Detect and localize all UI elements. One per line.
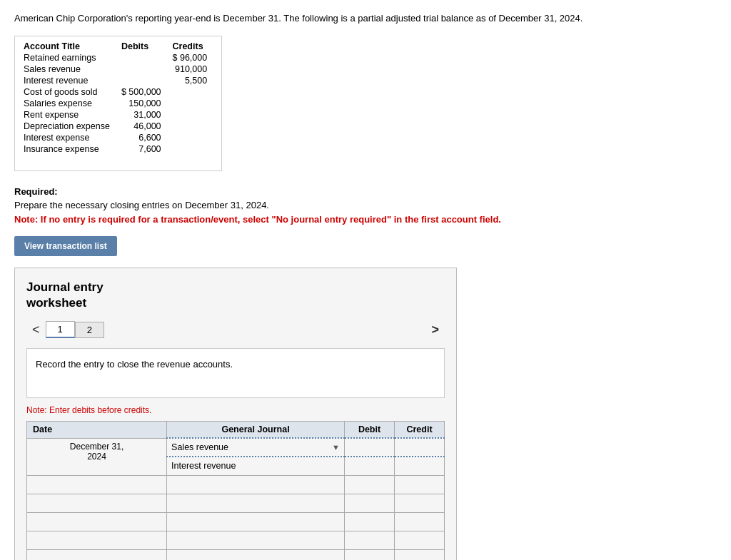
next-tab-arrow[interactable]: > bbox=[425, 322, 445, 337]
note-enter: Note: Enter debits before credits. bbox=[26, 405, 445, 415]
view-transaction-button[interactable]: View transaction list bbox=[14, 236, 117, 256]
th-debit: Debit bbox=[345, 422, 395, 439]
debit-input[interactable] bbox=[345, 475, 395, 494]
credit-value: 5,500 bbox=[170, 75, 216, 86]
debit-input[interactable] bbox=[345, 494, 395, 512]
credit-input[interactable] bbox=[395, 494, 445, 512]
credit-value bbox=[170, 109, 216, 121]
debit-input[interactable] bbox=[345, 549, 395, 560]
account-name: Insurance expense bbox=[21, 143, 119, 155]
col-credits: Credits bbox=[170, 41, 216, 52]
trial-balance-container: Account Title Debits Credits Retained ea… bbox=[14, 36, 222, 171]
debit-input[interactable] bbox=[345, 512, 395, 531]
debit-value: 31,000 bbox=[119, 109, 170, 121]
debit-value bbox=[119, 75, 170, 86]
table-row bbox=[27, 549, 445, 560]
credit-input[interactable] bbox=[395, 475, 445, 494]
journal-table: Date General Journal Debit Credit Decemb… bbox=[26, 421, 445, 560]
worksheet-title: Journal entryworksheet bbox=[26, 280, 445, 311]
required-text: Prepare the necessary closing entries on… bbox=[14, 198, 717, 213]
debit-input[interactable] bbox=[345, 438, 395, 457]
debit-input[interactable] bbox=[345, 457, 395, 475]
account-text: Interest revenue bbox=[171, 461, 236, 471]
table-row: Retained earnings $ 96,000 bbox=[21, 52, 216, 63]
instruction-text: Record the entry to close the revenue ac… bbox=[36, 359, 233, 370]
credit-value: 910,000 bbox=[170, 63, 216, 75]
date-cell bbox=[27, 494, 167, 512]
credit-input[interactable] bbox=[395, 512, 445, 531]
col-debits: Debits bbox=[119, 41, 170, 52]
account-name: Cost of goods sold bbox=[21, 86, 119, 98]
col-account-title: Account Title bbox=[21, 41, 119, 52]
table-row: Cost of goods sold $ 500,000 bbox=[21, 86, 216, 98]
debit-value: 6,600 bbox=[119, 132, 170, 143]
account-name: Sales revenue bbox=[21, 63, 119, 75]
table-row: Salaries expense 150,000 bbox=[21, 98, 216, 109]
trial-balance-table: Account Title Debits Credits Retained ea… bbox=[21, 41, 216, 155]
table-row: Rent expense 31,000 bbox=[21, 109, 216, 121]
tab-2[interactable]: 2 bbox=[75, 322, 104, 338]
date-cell bbox=[27, 531, 167, 549]
date-cell bbox=[27, 512, 167, 531]
required-label: Required: bbox=[14, 186, 58, 197]
table-row: Interest revenue 5,500 bbox=[21, 75, 216, 86]
table-row: Sales revenue 910,000 bbox=[21, 63, 216, 75]
credit-value: $ 96,000 bbox=[170, 52, 216, 63]
table-row bbox=[27, 475, 445, 494]
account-name: Retained earnings bbox=[21, 52, 119, 63]
account-text: Sales revenue bbox=[171, 442, 228, 452]
credit-value bbox=[170, 132, 216, 143]
journal-worksheet: Journal entryworksheet < 1 2 > Record th… bbox=[14, 268, 457, 560]
account-name: Interest revenue bbox=[21, 75, 119, 86]
table-row: Insurance expense 7,600 bbox=[21, 143, 216, 155]
tab-1[interactable]: 1 bbox=[46, 321, 75, 338]
debit-value bbox=[119, 63, 170, 75]
account-cell[interactable]: Interest revenue bbox=[167, 457, 345, 475]
th-general-journal: General Journal bbox=[167, 422, 345, 439]
credit-value bbox=[170, 121, 216, 132]
account-name: Interest expense bbox=[21, 132, 119, 143]
account-cell[interactable] bbox=[167, 494, 345, 512]
debit-value: 150,000 bbox=[119, 98, 170, 109]
required-note: Note: If no entry is required for a tran… bbox=[14, 213, 717, 227]
debit-value: $ 500,000 bbox=[119, 86, 170, 98]
instruction-box: Record the entry to close the revenue ac… bbox=[26, 348, 445, 398]
account-cell[interactable] bbox=[167, 549, 345, 560]
table-row bbox=[27, 531, 445, 549]
debit-input[interactable] bbox=[345, 531, 395, 549]
credit-value bbox=[170, 86, 216, 98]
date-cell bbox=[27, 549, 167, 560]
prev-tab-arrow[interactable]: < bbox=[26, 322, 46, 337]
intro-text: American Chip Corporation's reporting ye… bbox=[14, 11, 628, 26]
account-cell[interactable] bbox=[167, 475, 345, 494]
date-cell: December 31,2024 bbox=[27, 438, 167, 475]
table-row bbox=[27, 494, 445, 512]
debit-value: 7,600 bbox=[119, 143, 170, 155]
credit-value bbox=[170, 98, 216, 109]
account-name: Depreciation expense bbox=[21, 121, 119, 132]
account-name: Rent expense bbox=[21, 109, 119, 121]
credit-input[interactable] bbox=[395, 549, 445, 560]
credit-input[interactable] bbox=[395, 457, 445, 475]
th-credit: Credit bbox=[395, 422, 445, 439]
tab-navigation: < 1 2 > bbox=[26, 321, 445, 338]
account-cell[interactable] bbox=[167, 531, 345, 549]
required-section: Required: Prepare the necessary closing … bbox=[14, 185, 717, 227]
debit-value bbox=[119, 52, 170, 63]
dropdown-arrow-icon[interactable]: ▼ bbox=[332, 443, 340, 452]
date-cell bbox=[27, 475, 167, 494]
debit-value: 46,000 bbox=[119, 121, 170, 132]
credit-value bbox=[170, 143, 216, 155]
credit-input[interactable] bbox=[395, 531, 445, 549]
table-row: Interest expense 6,600 bbox=[21, 132, 216, 143]
table-row bbox=[27, 512, 445, 531]
account-cell[interactable]: Sales revenue ▼ bbox=[167, 438, 345, 457]
th-date: Date bbox=[27, 422, 167, 439]
account-cell[interactable] bbox=[167, 512, 345, 531]
account-name: Salaries expense bbox=[21, 98, 119, 109]
table-row: Depreciation expense 46,000 bbox=[21, 121, 216, 132]
table-row: December 31,2024 Sales revenue ▼ bbox=[27, 438, 445, 457]
credit-input[interactable] bbox=[395, 438, 445, 457]
